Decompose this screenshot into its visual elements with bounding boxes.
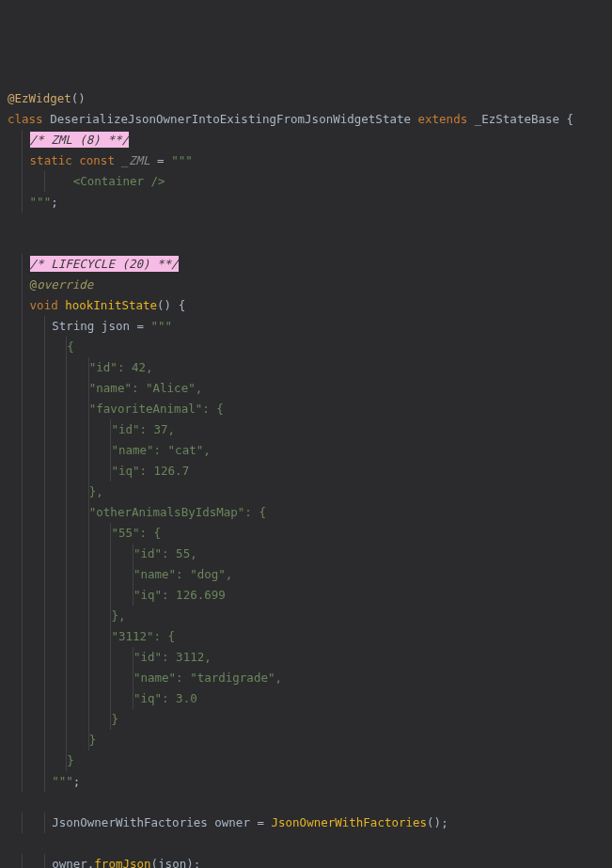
field-zml: _ZML — [121, 153, 149, 167]
string-content: { — [67, 339, 74, 354]
code-line — [8, 792, 612, 813]
var-owner: owner — [214, 815, 250, 829]
string-close: """ — [52, 774, 73, 788]
code-line: "favoriteAnimal": { — [8, 399, 612, 419]
code-line: "id": 3112, — [8, 647, 612, 668]
code-line: } — [8, 750, 612, 771]
code-line: "iq": 3.0 — [8, 688, 612, 709]
code-line: void hookInitState() { — [8, 295, 612, 316]
class-name: DeserializeJsonOwnerIntoExistingFromJson… — [50, 112, 411, 126]
string-content: "name": "dog", — [133, 567, 232, 581]
string-content: "iq": 126.699 — [133, 588, 226, 602]
code-line — [8, 213, 612, 233]
string-content: <Container /> — [45, 174, 165, 188]
code-line — [8, 833, 612, 854]
code-line: String json = """ — [8, 316, 612, 337]
code-line: "iq": 126.699 — [8, 585, 612, 606]
code-line: "name": "dog", — [8, 564, 612, 585]
code-line: "3112": { — [8, 626, 612, 647]
keyword-extends: extends — [418, 112, 468, 126]
code-line: "name": "tardigrade", — [8, 668, 612, 688]
code-line: /* ZML (8) **/ — [8, 130, 612, 150]
code-line: } — [8, 709, 612, 730]
string-content: } — [89, 733, 97, 747]
annotation-override: override — [37, 277, 93, 292]
string-content: "55": { — [111, 526, 161, 540]
code-line: static const _ZML = """ — [8, 150, 612, 171]
keyword-static: static — [30, 153, 72, 167]
string-content: } — [111, 712, 118, 726]
string-content: "name": "cat", — [111, 443, 210, 457]
code-line: @override — [8, 275, 612, 295]
base-class-name: _EzStateBase — [475, 112, 559, 126]
code-line: "id": 37, — [8, 419, 612, 440]
code-line: }, — [8, 481, 612, 502]
string-content: "id": 3112, — [133, 650, 212, 664]
code-line: """; — [8, 192, 612, 213]
code-line: "otherAnimalsByIdsMap": { — [8, 502, 612, 523]
code-line: }, — [8, 606, 612, 626]
string-content: "name": "Alice", — [89, 381, 202, 395]
section-comment-lifecycle: /* LIFECYCLE (20) **/ — [30, 256, 179, 272]
code-line: "55": { — [8, 523, 612, 544]
code-editor: @EzWidget()class DeserializeJsonOwnerInt… — [8, 88, 612, 868]
type-owner: JsonOwnerWithFactories — [52, 815, 208, 829]
string-content: }, — [89, 484, 103, 498]
paren: () — [71, 91, 86, 105]
section-comment-zml: /* ZML (8) **/ — [30, 132, 129, 148]
code-line: JsonOwnerWithFactories owner = JsonOwner… — [8, 813, 612, 833]
keyword-const: const — [79, 153, 115, 167]
var-json: json — [102, 319, 130, 333]
string-content: "id": 37, — [111, 422, 175, 436]
code-line: "id": 55, — [8, 544, 612, 564]
string-content: } — [67, 753, 74, 767]
code-line: "name": "Alice", — [8, 378, 612, 399]
string-content: "name": "tardigrade", — [133, 671, 282, 685]
type-string: String — [52, 319, 94, 333]
code-line: } — [8, 730, 612, 750]
string-content: }, — [111, 608, 125, 623]
code-line: "name": "cat", — [8, 440, 612, 461]
string-content: "id": 42, — [89, 360, 153, 374]
string-content: "id": 55, — [133, 546, 197, 560]
string-content: "iq": 3.0 — [133, 691, 197, 705]
code-line: class DeserializeJsonOwnerIntoExistingFr… — [8, 109, 612, 130]
string-content: "favoriteAnimal": { — [89, 402, 224, 416]
code-line: owner.fromJson(json); — [8, 854, 612, 868]
constructor-call: JsonOwnerWithFactories — [272, 815, 428, 829]
keyword-void: void — [30, 298, 58, 312]
method-fromjson: fromJson — [94, 857, 150, 868]
keyword-class: class — [8, 112, 43, 126]
code-line: """; — [8, 771, 612, 792]
annotation: @EzWidget — [8, 91, 71, 105]
code-line: "iq": 126.7 — [8, 461, 612, 481]
string-content: "iq": 126.7 — [111, 464, 189, 478]
code-line — [8, 233, 612, 254]
code-line: /* LIFECYCLE (20) **/ — [8, 254, 612, 275]
string-open: """ — [171, 153, 193, 167]
code-line: "id": 42, — [8, 357, 612, 378]
string-close: """ — [30, 195, 52, 209]
code-line: { — [8, 337, 612, 357]
string-content: "otherAnimalsByIdsMap": { — [89, 505, 266, 519]
code-line: @EzWidget() — [8, 88, 612, 109]
string-content: "3112": { — [111, 629, 175, 643]
string-open: """ — [151, 319, 173, 333]
code-line: <Container /> — [8, 171, 612, 192]
function-name: hookInitState — [65, 298, 157, 312]
